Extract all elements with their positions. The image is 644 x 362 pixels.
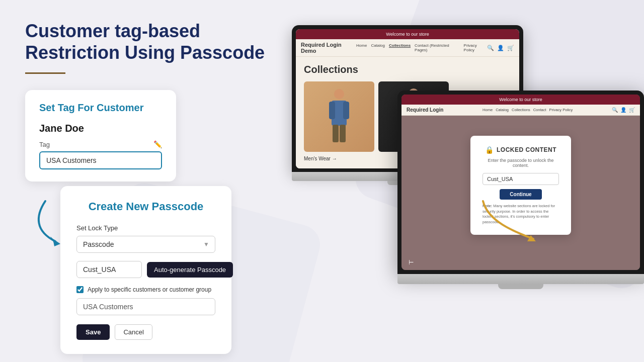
nav-links-back: Home Catalog Collections Contact (Restri… (356, 43, 487, 52)
arrow2-container (473, 191, 543, 253)
arrow2-icon (473, 191, 543, 251)
svg-rect-4 (343, 102, 349, 119)
svg-rect-5 (333, 125, 339, 142)
passcode-row: Auto-generate Passcode (76, 261, 215, 278)
tag-input[interactable] (39, 151, 162, 169)
brand-name-back: Required Login Demo (301, 42, 356, 54)
male-figure-icon (321, 86, 357, 147)
lock-type-select[interactable]: Passcode (76, 236, 215, 253)
passcode-entry-input[interactable] (482, 173, 559, 185)
action-row: Save Cancel (76, 324, 215, 340)
customer-name: Jane Doe (39, 123, 162, 134)
svg-point-1 (334, 89, 344, 99)
title-underline (25, 72, 65, 74)
search-icon[interactable]: 🔍 (487, 45, 494, 51)
arrow1-icon (30, 196, 91, 246)
nav-icons-back: 🔍 👤 🛒 (487, 45, 514, 51)
checkbox-label: Apply to specific customers or customer … (88, 286, 211, 293)
tag-label: Tag ✏️ (39, 140, 162, 148)
locked-header: 🔒 LOCKED CONTENT (482, 146, 559, 154)
store-banner-front: Welcome to our store (401, 95, 640, 105)
apply-customers-checkbox[interactable] (76, 286, 84, 293)
customer-group-input[interactable] (76, 298, 215, 315)
lock-icon: 🔒 (485, 146, 494, 154)
laptop-base-front (397, 274, 644, 284)
page-title: Customer tag-based Restriction Using Pas… (25, 20, 277, 63)
auto-generate-button[interactable]: Auto-generate Passcode (147, 262, 233, 278)
mens-collection-card[interactable] (304, 81, 374, 152)
laptop-front: Welcome to our store Required Login Home… (397, 90, 644, 289)
title-line1: Customer tag-based (25, 21, 200, 41)
store-banner-back: Welcome to our store (296, 29, 519, 39)
set-tag-heading: Set Tag For Customer (39, 102, 162, 114)
arrow1-container (30, 196, 91, 248)
nav-icons-front: 🔍 👤 🛒 (612, 107, 635, 113)
left-panel: Customer tag-based Restriction Using Pas… (25, 20, 277, 182)
set-tag-card: Set Tag For Customer Jane Doe Tag ✏️ (25, 90, 176, 182)
svg-rect-6 (340, 125, 346, 142)
account-icon[interactable]: 👤 (497, 45, 504, 51)
brand-name-front: Required Login (407, 107, 443, 113)
laptop-stand-front (498, 284, 543, 289)
checkbox-row: Apply to specific customers or customer … (76, 286, 215, 293)
browser-nav-back: Required Login Demo Home Catalog Collect… (296, 39, 519, 57)
search-icon-front[interactable]: 🔍 (612, 107, 618, 113)
lock-type-wrapper: Passcode ▼ (76, 236, 215, 253)
sidebar-toggle-icon[interactable]: ⊢ (406, 257, 417, 268)
browser-nav-front: Required Login Home Catalog Collections … (401, 105, 640, 116)
cart-icon[interactable]: 🛒 (507, 45, 514, 51)
save-button[interactable]: Save (76, 324, 110, 340)
cart-icon-front[interactable]: 🛒 (629, 107, 635, 113)
passcode-input[interactable] (76, 261, 142, 278)
passcode-heading: Create New Passcode (76, 200, 215, 213)
cancel-button[interactable]: Cancel (115, 324, 152, 340)
collections-title: Collections (304, 64, 511, 75)
title-line2: Restriction Using Passcode (25, 42, 265, 63)
locked-subtitle: Enter the passcode to unlock the content… (482, 158, 559, 168)
right-panel: Welcome to our store Required Login Demo… (292, 15, 644, 357)
lock-type-label: Set Lock Type (76, 224, 215, 232)
edit-icon[interactable]: ✏️ (153, 140, 162, 148)
locked-title: LOCKED CONTENT (497, 146, 556, 153)
account-icon-front[interactable]: 👤 (620, 107, 626, 113)
nav-links-front: Home Catalog Collections Contact Privacy… (482, 108, 573, 112)
svg-rect-3 (329, 102, 335, 119)
